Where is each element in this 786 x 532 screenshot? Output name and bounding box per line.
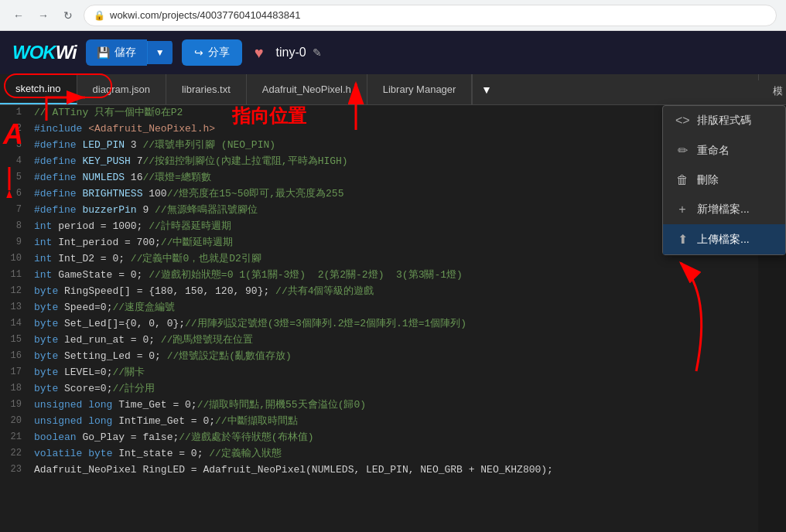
code-line: 13byte Speed=0;//速度盒編號 [0,300,758,316]
tab-library-manager[interactable]: Library Manager [367,74,473,104]
save-button-group: 💾 儲存 ▼ [86,39,173,66]
line-content: // ATTiny 只有一個中斷0在P2 [28,105,758,121]
line-number: 1 [0,105,28,121]
heart-button[interactable]: ♥ [251,41,267,65]
menu-item-delete[interactable]: 🗑 刪除 [663,165,785,195]
line-content: #include <Adafruit_NeoPixel.h> [28,121,758,138]
line-number: 6 [0,186,28,203]
code-line: 15byte led_run_at = 0; //跑馬燈號現在位置 [0,332,758,349]
tab-bar: sketch.ino diagram.json libraries.txt Ad… [0,74,786,105]
browser-bar: ← → ↻ 🔒 wokwi.com/projects/4003776041044… [0,0,786,31]
menu-item-rename[interactable]: ✏ 重命名 [663,135,785,165]
tab-sketch[interactable]: sketch.ino [0,74,77,104]
logo: WOKWi [12,42,77,63]
code-line: 4#define KEY_PUSH 7//按鈕控制腳位(內建上拉電阻,平時為HI… [0,154,758,170]
code-line: 2#include <Adafruit_NeoPixel.h> [0,121,758,138]
line-number: 14 [0,316,28,332]
line-number: 3 [0,138,28,154]
code-line: 14byte Set_Led[]={0, 0, 0};//用陣列設定號燈(3燈=… [0,316,758,332]
code-line: 18byte Score=0;//計分用 [0,381,758,397]
reload-button[interactable]: ↻ [59,6,77,25]
code-line: 10int Int_D2 = 0; //定義中斷0，也就是D2引腳 [0,251,758,268]
delete-icon: 🗑 [675,173,689,187]
code-line: 16byte Setting_Led = 0; //燈號設定點(亂數值存放) [0,349,758,365]
line-content: #define BRIGHTNESS 100//燈亮度在15~50即可,最大亮度… [28,186,758,203]
back-button[interactable]: ← [9,6,28,25]
newfile-icon: + [675,203,689,217]
line-content: int Int_period = 700;//中斷延時週期 [28,235,758,251]
line-content: Adafruit_NeoPixel RingLED = Adafruit_Neo… [28,462,758,479]
address-bar[interactable]: 🔒 wokwi.com/projects/400377604104483841 [84,5,777,26]
project-name: tiny-0 ✎ [276,46,322,60]
code-line: 20unsigned long IntTime_Get = 0;//中斷擷取時間… [0,414,758,430]
code-line: 21boolean Go_Play = false;//遊戲處於等待狀態(布林值… [0,430,758,446]
forward-button[interactable]: → [34,6,53,25]
line-number: 22 [0,446,28,462]
line-number: 11 [0,268,28,284]
code-line: 8int period = 1000; //計時器延時週期 [0,219,758,235]
share-button[interactable]: ↪ 分享 [182,39,242,66]
line-number: 19 [0,397,28,414]
menu-item-format[interactable]: <> 排版程式碼 [663,106,785,135]
line-content: unsigned long Time_Get = 0;//擷取時間點,開機55天… [28,397,758,414]
line-content: byte Setting_Led = 0; //燈號設定點(亂數值存放) [28,349,758,365]
url-text: wokwi.com/projects/400377604104483841 [110,9,300,21]
code-line: 1// ATTiny 只有一個中斷0在P2 [0,105,758,121]
code-line: 12byte RingSpeed[] = {180, 150, 120, 90}… [0,284,758,300]
code-line: 9int Int_period = 700;//中斷延時週期 [0,235,758,251]
line-number: 5 [0,170,28,186]
code-line: 3#define LED_PIN 3 //環號串列引腳 (NEO_PIN) [0,138,758,154]
line-content: #define LED_PIN 3 //環號串列引腳 (NEO_PIN) [28,138,758,154]
line-number: 7 [0,203,28,219]
save-dropdown-button[interactable]: ▼ [147,41,173,64]
line-number: 16 [0,349,28,365]
line-number: 21 [0,430,28,446]
line-number: 15 [0,332,28,349]
line-content: byte Score=0;//計分用 [28,381,758,397]
line-number: 10 [0,251,28,268]
menu-item-upload[interactable]: ⬆ 上傳檔案... [663,224,785,254]
rename-icon: ✏ [675,143,689,158]
save-main-button[interactable]: 💾 儲存 [86,39,147,66]
share-icon: ↪ [194,46,203,59]
line-number: 12 [0,284,28,300]
line-number: 8 [0,219,28,235]
save-icon: 💾 [97,46,110,59]
line-number: 20 [0,414,28,430]
upload-icon: ⬆ [675,232,689,247]
share-label: 分享 [208,46,230,60]
line-content: #define buzzerPin 9 //無源蜂鳴器訊號腳位 [28,203,758,219]
line-number: 4 [0,154,28,170]
line-content: int period = 1000; //計時器延時週期 [28,219,758,235]
tab-libraries[interactable]: libraries.txt [166,74,247,104]
line-content: #define KEY_PUSH 7//按鈕控制腳位(內建上拉電阻,平時為HIG… [28,154,758,170]
line-content: byte LEVEL=0;//關卡 [28,365,758,381]
format-icon: <> [675,114,689,128]
line-content: int Int_D2 = 0; //定義中斷0，也就是D2引腳 [28,251,758,268]
line-number: 2 [0,121,28,138]
code-line: 22volatile byte Int_state = 0; //定義輸入狀態 [0,446,758,462]
moshi-label: 模 [758,74,786,80]
menu-item-newfile[interactable]: + 新增檔案... [663,195,785,224]
line-content: #define NUMLEDS 16//環燈=總顆數 [28,170,758,186]
line-number: 17 [0,365,28,381]
line-content: volatile byte Int_state = 0; //定義輸入狀態 [28,446,758,462]
save-label: 儲存 [114,46,136,60]
line-content: unsigned long IntTime_Get = 0;//中斷擷取時間點 [28,414,758,430]
line-number: 13 [0,300,28,316]
line-content: byte Speed=0;//速度盒編號 [28,300,758,316]
code-line: 19unsigned long Time_Get = 0;//擷取時間點,開機5… [0,397,758,414]
code-line: 6#define BRIGHTNESS 100//燈亮度在15~50即可,最大亮… [0,186,758,203]
tabs-dropdown-button[interactable]: ▼ [472,74,500,104]
line-content: boolean Go_Play = false;//遊戲處於等待狀態(布林值) [28,430,758,446]
line-number: 23 [0,462,28,479]
tab-adafruit[interactable]: Adafruit_NeoPixel.h [247,74,367,104]
code-editor[interactable]: 1// ATTiny 只有一個中斷0在P22#include <Adafruit… [0,105,758,532]
line-number: 9 [0,235,28,251]
lock-icon: 🔒 [94,10,105,21]
code-line: 17byte LEVEL=0;//關卡 [0,365,758,381]
edit-project-name-icon[interactable]: ✎ [313,46,322,59]
line-content: int GameState = 0; //遊戲初始狀態=0 1(第1關-3燈) … [28,268,758,284]
tab-diagram[interactable]: diagram.json [77,74,166,104]
code-line: 11int GameState = 0; //遊戲初始狀態=0 1(第1關-3燈… [0,268,758,284]
